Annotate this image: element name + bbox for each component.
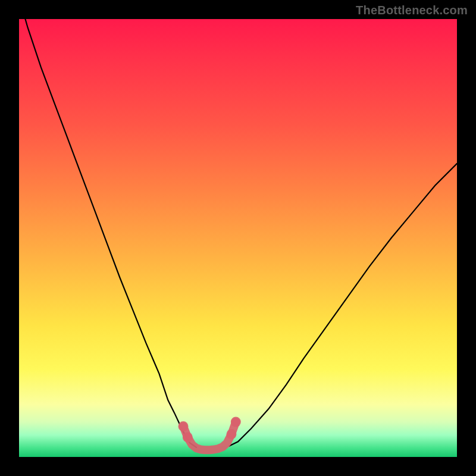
curve-left-line (19, 19, 196, 447)
chart-svg (19, 19, 457, 457)
svg-point-2 (226, 429, 236, 439)
curve-right-line (229, 164, 457, 446)
svg-point-0 (178, 421, 189, 431)
watermark-text: TheBottleneck.com (356, 4, 468, 17)
highlight-region (178, 417, 241, 450)
chart-frame: TheBottleneck.com (0, 0, 476, 476)
svg-point-1 (183, 432, 193, 442)
svg-point-3 (231, 417, 241, 427)
plot-area (19, 19, 457, 457)
